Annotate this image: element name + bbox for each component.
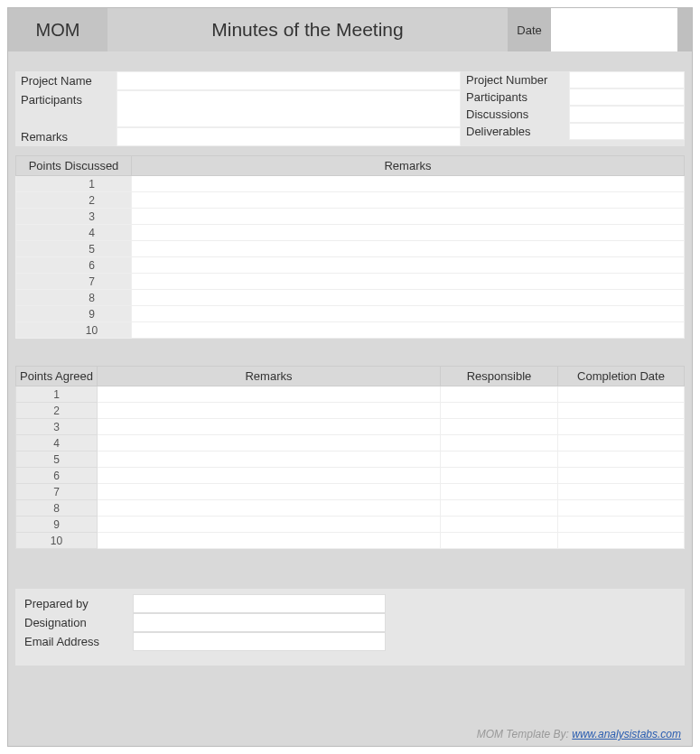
remarks-field[interactable] — [117, 127, 461, 146]
completion-date-cell[interactable] — [558, 533, 685, 549]
meta-left: Project Name Participants Remarks — [15, 71, 461, 146]
credit-line: MOM Template By: www.analysistabs.com — [477, 728, 681, 740]
row-number: 1 — [52, 178, 131, 191]
discussions-field[interactable] — [569, 106, 685, 123]
prepared-by-row: Prepared by — [15, 594, 685, 613]
email-label: Email Address — [15, 632, 133, 651]
project-number-field[interactable] — [569, 71, 685, 88]
row-number-cell: 4 — [16, 435, 98, 451]
table-row: 7 — [16, 274, 685, 290]
responsible-cell[interactable] — [441, 468, 558, 484]
responsible-cell[interactable] — [441, 403, 558, 419]
designation-field[interactable] — [133, 613, 386, 632]
remarks-cell[interactable] — [98, 484, 441, 500]
discussed-header-points: Points Discussed — [16, 156, 132, 176]
project-number-label: Project Number — [461, 71, 569, 88]
completion-date-cell[interactable] — [558, 435, 685, 451]
discussions-row: Discussions — [461, 106, 685, 123]
remarks-cell[interactable] — [98, 403, 441, 419]
responsible-cell[interactable] — [441, 435, 558, 451]
row-number-cell: 2 — [16, 403, 98, 419]
row-number-cell: 7 — [16, 484, 98, 500]
row-number-cell: 7 — [16, 274, 132, 290]
footer-block: Prepared by Designation Email Address — [15, 589, 685, 666]
remarks-cell[interactable] — [132, 192, 685, 209]
remarks-cell[interactable] — [98, 451, 441, 468]
table-row: 8 — [16, 500, 685, 517]
remarks-label: Remarks — [15, 127, 117, 146]
remarks-cell[interactable] — [98, 533, 441, 549]
page: MOM Minutes of the Meeting Date Project … — [7, 7, 693, 747]
table-row: 2 — [16, 192, 685, 209]
designation-row: Designation — [15, 613, 685, 632]
participants-row: Participants — [15, 90, 461, 127]
date-input[interactable] — [551, 8, 677, 51]
prepared-by-field[interactable] — [133, 594, 386, 613]
project-name-label: Project Name — [15, 71, 117, 90]
remarks-cell[interactable] — [132, 322, 685, 339]
remarks-cell[interactable] — [98, 468, 441, 484]
participants-field[interactable] — [117, 90, 461, 127]
responsible-cell[interactable] — [441, 419, 558, 435]
email-field[interactable] — [133, 632, 386, 651]
completion-date-cell[interactable] — [558, 419, 685, 435]
responsible-cell[interactable] — [441, 500, 558, 517]
completion-date-cell[interactable] — [558, 500, 685, 517]
deliverables-field[interactable] — [569, 123, 685, 140]
prepared-by-label: Prepared by — [15, 594, 133, 613]
responsible-cell[interactable] — [441, 386, 558, 403]
agreed-header-responsible: Responsible — [441, 367, 558, 386]
remarks-cell[interactable] — [132, 176, 685, 192]
remarks-cell[interactable] — [98, 500, 441, 517]
responsible-cell[interactable] — [441, 451, 558, 468]
credit-link[interactable]: www.analysistabs.com — [572, 728, 681, 740]
remarks-cell[interactable] — [98, 386, 441, 403]
remarks-cell[interactable] — [132, 306, 685, 322]
row-number-cell: 8 — [16, 290, 132, 306]
completion-date-cell[interactable] — [558, 386, 685, 403]
remarks-cell[interactable] — [98, 419, 441, 435]
table-row: 9 — [16, 306, 685, 322]
table-row: 10 — [16, 322, 685, 339]
table-row: 6 — [16, 257, 685, 274]
row-number-cell: 6 — [16, 257, 132, 274]
remarks-cell[interactable] — [132, 241, 685, 257]
completion-date-cell[interactable] — [558, 484, 685, 500]
participants-count-field[interactable] — [569, 88, 685, 106]
row-number-cell: 3 — [16, 419, 98, 435]
remarks-cell[interactable] — [132, 257, 685, 274]
row-number-cell: 4 — [16, 225, 132, 241]
remarks-cell[interactable] — [132, 290, 685, 306]
row-number-cell: 9 — [16, 517, 98, 533]
remarks-cell[interactable] — [98, 517, 441, 533]
table-row: 2 — [16, 403, 685, 419]
table-row: 6 — [16, 468, 685, 484]
points-agreed-section: Points Agreed Remarks Responsible Comple… — [8, 366, 692, 549]
completion-date-cell[interactable] — [558, 468, 685, 484]
remarks-row: Remarks — [15, 127, 461, 146]
remarks-cell[interactable] — [132, 209, 685, 225]
designation-label: Designation — [15, 613, 133, 632]
table-row: 1 — [16, 386, 685, 403]
row-number: 7 — [52, 275, 131, 288]
remarks-cell[interactable] — [132, 274, 685, 290]
date-label: Date — [508, 8, 551, 51]
remarks-cell[interactable] — [98, 435, 441, 451]
project-name-field[interactable] — [117, 71, 461, 90]
responsible-cell[interactable] — [441, 517, 558, 533]
remarks-cell[interactable] — [132, 225, 685, 241]
completion-date-cell[interactable] — [558, 403, 685, 419]
completion-date-cell[interactable] — [558, 517, 685, 533]
responsible-cell[interactable] — [441, 533, 558, 549]
table-row: 7 — [16, 484, 685, 500]
footer-gap — [8, 549, 692, 589]
table-row: 5 — [16, 241, 685, 257]
table-row: 8 — [16, 290, 685, 306]
responsible-cell[interactable] — [441, 484, 558, 500]
table-row: 4 — [16, 435, 685, 451]
participants-label: Participants — [15, 90, 117, 127]
deliverables-label: Deliverables — [461, 123, 569, 140]
page-title: Minutes of the Meeting — [107, 8, 508, 51]
completion-date-cell[interactable] — [558, 451, 685, 468]
mom-badge: MOM — [8, 8, 107, 51]
